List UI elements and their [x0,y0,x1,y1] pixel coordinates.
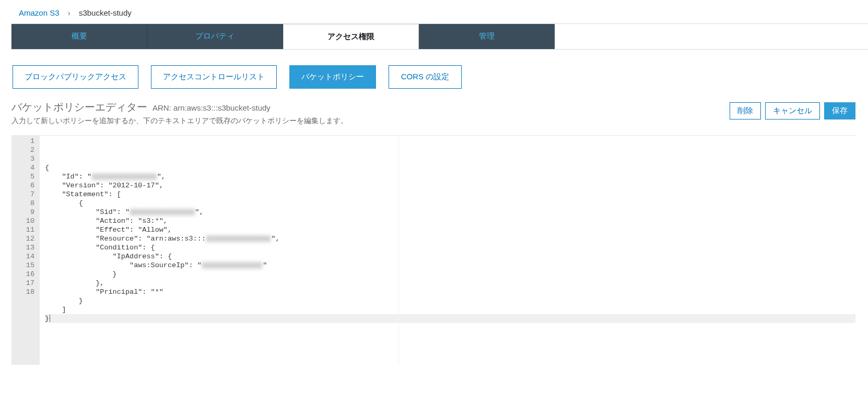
line-number: 13 [20,243,34,252]
redacted-text: xxxxxxxxxxxxxx [202,261,263,269]
line-number: 5 [20,172,34,181]
breadcrumb-root-link[interactable]: Amazon S3 [19,8,60,17]
line-number: 8 [20,199,34,208]
code-line[interactable]: "Sid": "xxxxxxxxxxxxxxx", [45,208,855,217]
code-line[interactable]: "Statement": [ [45,190,855,199]
editor-title: バケットポリシーエディター [11,101,147,113]
code-editor[interactable]: 123456789101112131415161718 { "Id": "xxx… [11,135,855,365]
editor-arn: ARN: arn:aws:s3:::s3bucket-study [153,103,271,112]
code-line[interactable]: "aws:SourceIp": "xxxxxxxxxxxxxx" [45,261,855,270]
code-line[interactable]: } [45,270,855,279]
line-number: 4 [20,163,34,172]
code-line[interactable]: "Id": "xxxxxxxxxxxxxxx", [45,172,855,181]
code-line[interactable]: "Action": "s3:*", [45,217,855,225]
line-number: 2 [20,146,34,154]
tab-management[interactable]: 管理 [419,24,555,49]
redacted-text: xxxxxxxxxxxxxxx [206,235,272,243]
code-line[interactable]: { [45,163,855,172]
code-line[interactable]: "Principal": "*" [45,288,855,296]
code-line[interactable]: "Condition": { [45,243,855,252]
code-line[interactable]: "Version": "2012-10-17", [45,181,855,190]
tab-permissions[interactable]: アクセス権限 [283,24,419,49]
code-line[interactable]: } [45,314,855,323]
breadcrumb-current: s3bucket-study [79,8,132,17]
code-area[interactable]: { "Id": "xxxxxxxxxxxxxxx", "Version": "2… [40,136,855,365]
delete-button[interactable]: 削除 [730,102,761,119]
permission-subtabs: ブロックパブリックアクセス アクセスコントロールリスト バケットポリシー COR… [0,50,868,100]
editor-subtitle: 入力して新しいポリシーを追加するか、下のテキストエリアで既存のバケットポリシーを… [11,116,348,126]
subtab-block-public-access[interactable]: ブロックパブリックアクセス [13,65,138,89]
code-gutter: 123456789101112131415161718 [11,136,40,365]
redacted-text: xxxxxxxxxxxxxxx [91,173,157,181]
subtab-cors[interactable]: CORS の設定 [389,65,462,89]
subtab-acl[interactable]: アクセスコントロールリスト [151,65,277,89]
line-number: 7 [20,190,34,199]
code-line[interactable]: }, [45,279,855,288]
line-number: 6 [20,181,34,190]
breadcrumb: Amazon S3 › s3bucket-study [0,0,868,23]
line-number: 18 [20,288,34,296]
code-line[interactable]: { [45,199,855,208]
redacted-text: xxxxxxxxxxxxxxx [130,208,195,216]
editor-divider [398,136,399,365]
line-number: 17 [20,279,34,288]
line-number: 14 [20,252,34,261]
editor-title-block: バケットポリシーエディター ARN: arn:aws:s3:::s3bucket… [11,100,348,126]
editor-actions: 削除 キャンセル 保存 [730,102,855,119]
tab-properties[interactable]: プロパティ [147,24,283,49]
code-line[interactable]: "Effect": "Allow", [45,225,855,234]
cancel-button[interactable]: キャンセル [765,102,820,119]
code-line[interactable]: "Resource": "arn:aws:s3:::xxxxxxxxxxxxxx… [45,234,855,243]
code-line[interactable]: } [45,296,855,305]
subtab-bucket-policy[interactable]: バケットポリシー [289,65,376,89]
line-number: 16 [20,270,34,279]
tab-overview[interactable]: 概要 [11,24,147,49]
save-button[interactable]: 保存 [824,102,855,119]
line-number: 3 [20,154,34,163]
line-number: 9 [20,208,34,217]
line-number: 10 [20,217,34,225]
line-number: 12 [20,234,34,243]
editor-header: バケットポリシーエディター ARN: arn:aws:s3:::s3bucket… [0,100,868,129]
code-line[interactable]: "IpAddress": { [45,252,855,261]
line-number: 15 [20,261,34,270]
line-number: 1 [20,137,34,146]
chevron-right-icon: › [68,8,71,17]
text-cursor [50,315,50,322]
code-line[interactable]: ] [45,305,855,314]
main-tabs: 概要 プロパティ アクセス権限 管理 [11,23,868,50]
line-number: 11 [20,225,34,234]
